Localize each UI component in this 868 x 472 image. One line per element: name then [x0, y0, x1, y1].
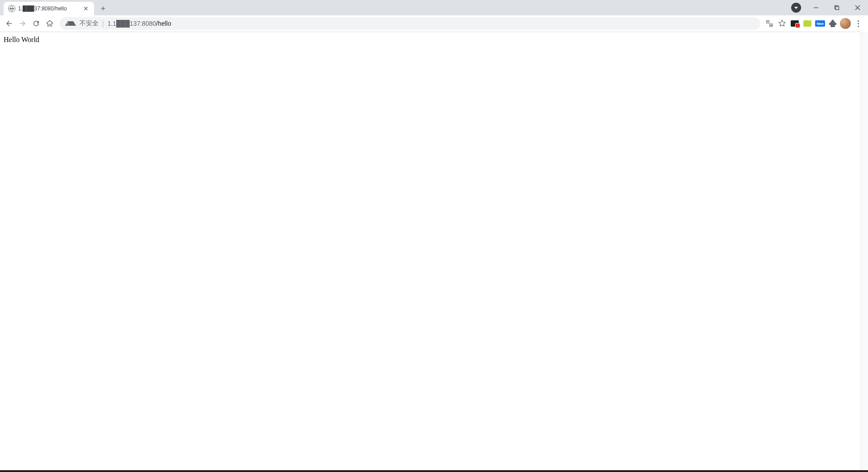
separator: | — [102, 20, 104, 27]
toolbar: 不安全 | 1.1███137:8080/hello New — [0, 15, 868, 32]
vertical-scrollbar[interactable] — [860, 32, 868, 470]
toolbar-right: New — [764, 18, 865, 29]
profile-avatar[interactable] — [840, 18, 851, 29]
extensions-puzzle-icon[interactable] — [827, 18, 838, 29]
svg-rect-2 — [836, 7, 839, 10]
new-tab-button[interactable]: + — [97, 2, 109, 15]
reload-button[interactable] — [30, 17, 42, 30]
page-body-text: Hello World — [4, 36, 39, 43]
extension-badge-icon[interactable] — [789, 18, 800, 29]
not-secure-icon — [65, 21, 76, 26]
extension-new-icon[interactable]: New — [815, 18, 826, 29]
bookmark-star-icon[interactable] — [777, 18, 788, 29]
forward-button[interactable] — [16, 17, 29, 30]
security-label: 不安全 — [80, 19, 99, 28]
tab-strip: 1.███37:8080/hello ✕ + — [0, 0, 868, 15]
browser-tab[interactable]: 1.███37:8080/hello ✕ — [4, 2, 94, 15]
address-bar[interactable]: 不安全 | 1.1███137:8080/hello — [60, 17, 760, 30]
close-window-button[interactable] — [847, 0, 868, 15]
close-tab-icon[interactable]: ✕ — [82, 5, 90, 12]
window-controls — [791, 0, 868, 15]
page-content: Hello World — [0, 32, 868, 470]
minimize-button[interactable] — [806, 0, 826, 15]
taskbar-edge — [0, 470, 868, 472]
url-text: 1.1███137:8080/hello — [108, 20, 171, 27]
home-button[interactable] — [43, 17, 56, 30]
extension-green-icon[interactable] — [802, 18, 813, 29]
globe-icon — [8, 5, 15, 12]
tab-title: 1.███37:8080/hello — [18, 5, 80, 12]
back-button[interactable] — [3, 17, 15, 30]
maximize-button[interactable] — [826, 0, 847, 15]
chrome-menu-button[interactable] — [853, 18, 863, 29]
translate-icon[interactable] — [764, 18, 775, 29]
update-available-icon[interactable] — [791, 3, 801, 13]
